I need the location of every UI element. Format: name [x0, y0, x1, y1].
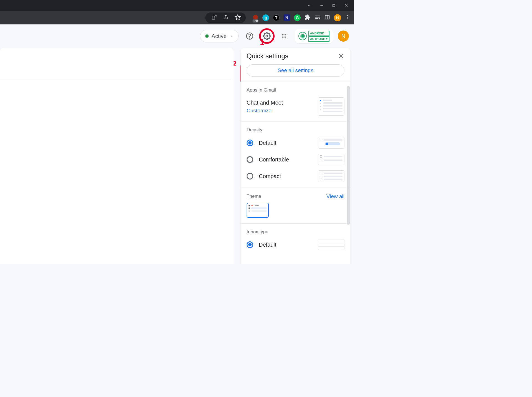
- brand-logo[interactable]: ANDROID AUTHORITY: [295, 29, 333, 43]
- browser-menu-icon[interactable]: [345, 14, 351, 21]
- radio-icon: [247, 173, 253, 179]
- apps-grid-icon: [281, 33, 287, 39]
- svg-rect-1: [333, 4, 335, 6]
- svg-point-13: [266, 35, 268, 37]
- density-option-compact[interactable]: Compact: [247, 173, 281, 179]
- browser-profile-avatar[interactable]: N: [334, 14, 341, 21]
- android-icon: [298, 32, 307, 40]
- svg-point-9: [347, 17, 348, 17]
- svg-point-16: [285, 34, 286, 35]
- extensions-icon[interactable]: [305, 14, 311, 21]
- customize-link[interactable]: Customize: [247, 108, 283, 114]
- minimize-icon[interactable]: [320, 4, 324, 7]
- radio-icon: [247, 140, 253, 146]
- help-icon: [246, 32, 254, 40]
- extension-badge-count: 180: [253, 19, 259, 22]
- close-button[interactable]: [338, 53, 344, 59]
- apps-preview: [318, 97, 344, 116]
- quick-settings-title: Quick settings: [247, 52, 288, 60]
- svg-point-10: [347, 18, 348, 19]
- brand-line2: AUTHORITY: [308, 36, 329, 42]
- apps-section-title: Apps in Gmail: [247, 87, 344, 93]
- density-label: Compact: [259, 173, 281, 179]
- maximize-icon[interactable]: [332, 4, 336, 7]
- density-preview-compact: [318, 170, 344, 182]
- density-preview-comfortable: [318, 154, 344, 165]
- svg-rect-6: [325, 15, 329, 19]
- view-all-link[interactable]: View all: [326, 193, 344, 199]
- radio-icon: [247, 156, 253, 163]
- chevron-down-icon[interactable]: [307, 3, 311, 8]
- svg-point-17: [282, 36, 283, 37]
- svg-point-15: [283, 34, 285, 35]
- density-label: Default: [259, 140, 276, 146]
- browser-toolbar: 180 g T N G N: [0, 11, 354, 24]
- apps-section: Apps in Gmail Chat and Meet Customize: [241, 82, 351, 121]
- extension-grammarly[interactable]: G: [294, 14, 301, 21]
- status-label: Active: [211, 33, 226, 39]
- svg-point-12: [249, 38, 250, 38]
- svg-marker-5: [235, 14, 240, 19]
- svg-point-22: [285, 37, 286, 39]
- extension-idm[interactable]: 180: [252, 14, 259, 21]
- svg-point-19: [285, 36, 286, 37]
- inbox-option-default[interactable]: Default: [247, 241, 276, 248]
- status-dot-icon: [205, 34, 209, 38]
- window-titlebar: [0, 0, 354, 11]
- settings-button[interactable]: [261, 30, 273, 42]
- theme-section-title: Theme: [247, 194, 261, 199]
- quick-settings-panel: Quick settings See all settings Apps in …: [241, 48, 351, 264]
- density-section-title: Density: [247, 127, 344, 133]
- svg-rect-4: [212, 16, 215, 19]
- main-content: [0, 48, 234, 264]
- star-icon[interactable]: [235, 14, 241, 21]
- status-pill[interactable]: Active: [200, 30, 238, 42]
- extension-t[interactable]: T: [273, 14, 280, 21]
- density-option-comfortable[interactable]: Comfortable: [247, 156, 289, 163]
- density-option-default[interactable]: Default: [247, 140, 276, 146]
- svg-point-14: [282, 34, 283, 35]
- share-icon[interactable]: [223, 14, 229, 21]
- theme-section: Theme View all MGmail: [241, 188, 351, 223]
- inbox-label: Default: [259, 242, 276, 248]
- inbox-section: Inbox type Default: [241, 223, 351, 256]
- divider: [0, 80, 231, 80]
- theme-thumbnail[interactable]: MGmail: [247, 203, 269, 218]
- close-icon: [338, 53, 344, 59]
- radio-icon: [247, 241, 253, 248]
- caret-down-icon: [229, 34, 233, 38]
- inbox-preview: [318, 239, 344, 250]
- gear-icon: [263, 32, 271, 40]
- account-avatar[interactable]: N: [338, 31, 349, 42]
- app-header: Active ANDROID AUTHORITY N: [0, 24, 354, 48]
- svg-point-20: [282, 37, 283, 39]
- density-label: Comfortable: [259, 156, 289, 163]
- density-preview-default: [318, 137, 344, 149]
- svg-point-21: [283, 37, 285, 39]
- extension-n[interactable]: N: [283, 14, 290, 21]
- inbox-section-title: Inbox type: [247, 229, 344, 235]
- close-icon[interactable]: [344, 3, 348, 7]
- media-icon[interactable]: [314, 14, 321, 21]
- help-button[interactable]: [244, 30, 256, 42]
- extension-g[interactable]: g: [262, 14, 269, 21]
- svg-point-8: [347, 15, 348, 16]
- svg-point-18: [283, 36, 285, 37]
- address-bar-actions: [205, 12, 246, 23]
- sidepanel-icon[interactable]: [324, 14, 330, 21]
- density-section: Density Default Comfortable: [241, 121, 351, 188]
- brand-line1: ANDROID: [308, 31, 329, 36]
- open-external-icon[interactable]: [211, 14, 217, 21]
- see-all-settings-button[interactable]: See all settings: [247, 64, 344, 77]
- apps-item-name: Chat and Meet: [247, 100, 283, 106]
- apps-grid-button[interactable]: [278, 30, 290, 42]
- scrollbar[interactable]: [347, 86, 350, 225]
